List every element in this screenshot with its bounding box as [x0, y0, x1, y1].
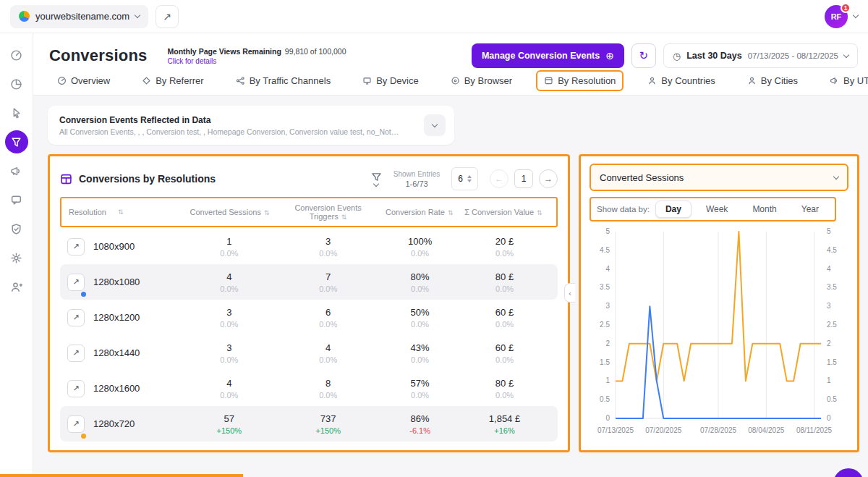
svg-text:2: 2 [605, 339, 610, 347]
tab-by-traffic-channels[interactable]: By Traffic Channels [228, 70, 339, 91]
sort-icon[interactable]: ⇅ [448, 209, 454, 216]
granularity-year-button[interactable]: Year [791, 200, 829, 218]
shield-icon [10, 223, 22, 235]
person-icon [647, 76, 657, 85]
expand-row-button[interactable]: ↗ [67, 345, 85, 362]
manage-button-label: Manage Conversion Events [482, 51, 600, 61]
tab-by-cities[interactable]: By Cities [739, 70, 806, 91]
svg-text:1: 1 [827, 376, 831, 384]
manage-conversion-events-button[interactable]: Manage Conversion Events ⊕ [472, 43, 624, 68]
period-label: Last 30 Days [686, 51, 741, 61]
prev-page-button[interactable]: ← [490, 169, 509, 188]
conversion-events-triggers-cell: 70.0% [275, 271, 381, 293]
quota-block: Monthly Page Views Remaining 99,810 of 1… [167, 47, 346, 65]
tab-by-browser[interactable]: By Browser [443, 70, 520, 91]
tab-by-countries[interactable]: By Countries [639, 70, 723, 91]
conversion-events-triggers-cell: 60.0% [275, 307, 381, 329]
tab-label: By Cities [761, 75, 798, 86]
tab-by-device[interactable]: By Device [354, 70, 427, 91]
table-row[interactable]: ↗ 1280x1200 30.0% 60.0% 50%0.0% 60 £0.0% [60, 300, 558, 335]
granularity-week-button[interactable]: Week [696, 200, 738, 218]
table-row[interactable]: ↗ 1280x1440 30.0% 40.0% 43%0.0% 60 £0.0% [60, 335, 558, 371]
table-row[interactable]: ↗ 1280x1080 40.0% 70.0% 80%0.0% 80 £0.0% [60, 264, 558, 300]
account-chevron-down-icon[interactable] [853, 12, 859, 18]
quota-details-link[interactable]: Click for details [167, 57, 346, 65]
tab-label: By Device [376, 75, 419, 86]
resolution-label: 1280x1080 [93, 277, 140, 287]
website-selector[interactable]: yourwebsitename.com [10, 5, 148, 28]
open-website-button[interactable]: ↗ [156, 5, 179, 28]
chat-fab-button[interactable] [833, 468, 864, 477]
tab-by-resolution[interactable]: By Resolution [536, 70, 624, 91]
avatar[interactable]: RF 1 [825, 5, 848, 28]
filter-button[interactable] [371, 172, 382, 186]
svg-text:0.5: 0.5 [600, 395, 610, 403]
converted-sessions-cell: 30.0% [183, 342, 275, 364]
tab-label: By Traffic Channels [250, 75, 331, 86]
refresh-button[interactable]: ↻ [631, 43, 656, 68]
tab-label: By Referrer [156, 75, 203, 86]
conversion-rate-cell: 86%-6.1% [381, 413, 459, 435]
granularity-month-button[interactable]: Month [742, 200, 786, 218]
resolution-label: 1280x720 [93, 418, 135, 429]
svg-text:5: 5 [827, 227, 831, 235]
events-bar-toggle-button[interactable] [424, 114, 446, 136]
expand-row-button[interactable]: ↗ [67, 309, 85, 326]
granularity-day-button[interactable]: Day [655, 200, 692, 218]
overview-icon [57, 76, 67, 85]
date-range-picker[interactable]: ◷ Last 30 Days 07/13/2025 - 08/12/2025 [663, 43, 858, 68]
sidebar-item-privacy[interactable] [5, 217, 28, 240]
conversions-chart: 07/13/202507/20/202507/28/202508/04/2025… [590, 226, 847, 440]
converted-sessions-cell: 57+150% [183, 413, 275, 435]
column-resolution: Resolution [69, 208, 106, 216]
svg-text:0.5: 0.5 [827, 395, 837, 403]
converted-sessions-cell: 10.0% [183, 236, 275, 258]
tab-overview[interactable]: Overview [49, 70, 118, 91]
tab-by-utm-campaign[interactable]: By UTM Campaign [822, 70, 868, 91]
tab-label: By Browser [464, 75, 512, 86]
external-link-icon: ↗ [163, 11, 171, 22]
sidebar-item-communication[interactable] [5, 188, 28, 211]
sort-icon[interactable]: ⇅ [264, 209, 270, 216]
sidebar-item-behavior[interactable] [5, 101, 28, 124]
collapse-left-icon: ‹ [569, 289, 571, 297]
sidebar-item-settings[interactable] [5, 246, 28, 269]
table-row[interactable]: ↗ 1080x900 10.0% 30.0% 100%0.0% 20 £0.0% [60, 229, 558, 264]
conversion-value-cell: 80 £0.0% [459, 378, 550, 400]
svg-text:1.5: 1.5 [827, 358, 837, 366]
sidebar-item-marketing[interactable] [5, 159, 28, 182]
sort-icon[interactable]: ⇅ [537, 209, 542, 216]
sidebar-item-web-analytics[interactable] [5, 72, 28, 96]
expand-row-button[interactable]: ↗ [67, 415, 85, 433]
date-chevron-down-icon [843, 51, 849, 57]
chevron-down-icon [135, 12, 140, 18]
clock-icon: ◷ [673, 51, 681, 62]
tab-label: By UTM Campaign [843, 75, 868, 86]
svg-text:3: 3 [605, 302, 610, 310]
table-row[interactable]: ↗ 1280x1600 40.0% 80.0% 57%0.0% 80 £0.0% [60, 371, 558, 406]
next-page-button[interactable]: → [539, 169, 558, 188]
sidebar-item-dashboard[interactable] [5, 43, 28, 67]
table-row[interactable]: ↗ 1280x720 57+150% 737+150% 86%-6.1% 1,8… [60, 406, 558, 442]
svg-text:07/13/2025: 07/13/2025 [597, 426, 634, 434]
converted-sessions-cell: 40.0% [183, 271, 275, 293]
conversion-events-triggers-cell: 40.0% [275, 342, 381, 364]
expand-row-button[interactable]: ↗ [67, 274, 85, 291]
sidebar-item-visitors[interactable] [5, 275, 28, 298]
expand-row-button[interactable]: ↗ [67, 238, 85, 256]
svg-text:1: 1 [605, 376, 610, 384]
shown-entries-label: Shown Entries [393, 170, 440, 178]
sort-icon[interactable]: ⇅ [118, 208, 124, 216]
metric-select[interactable]: Converted Sessions [590, 164, 848, 191]
top-bar: yourwebsitename.com ↗ RF 1 [0, 0, 868, 33]
sidebar-item-conversions[interactable] [5, 130, 28, 153]
tab-by-referrer[interactable]: By Referrer [134, 70, 211, 91]
table-body: ↗ 1080x900 10.0% 30.0% 100%0.0% 20 £0.0%… [60, 229, 558, 442]
sort-icon[interactable]: ⇅ [341, 214, 347, 221]
page-size-select[interactable]: 6 [451, 167, 478, 190]
site-favicon-icon [19, 11, 30, 22]
panel-collapse-handle[interactable]: ‹ [564, 283, 575, 303]
expand-row-button[interactable]: ↗ [67, 380, 85, 397]
conversion-rate-cell: 100%0.0% [381, 236, 459, 258]
filter-funnel-icon [371, 172, 382, 182]
